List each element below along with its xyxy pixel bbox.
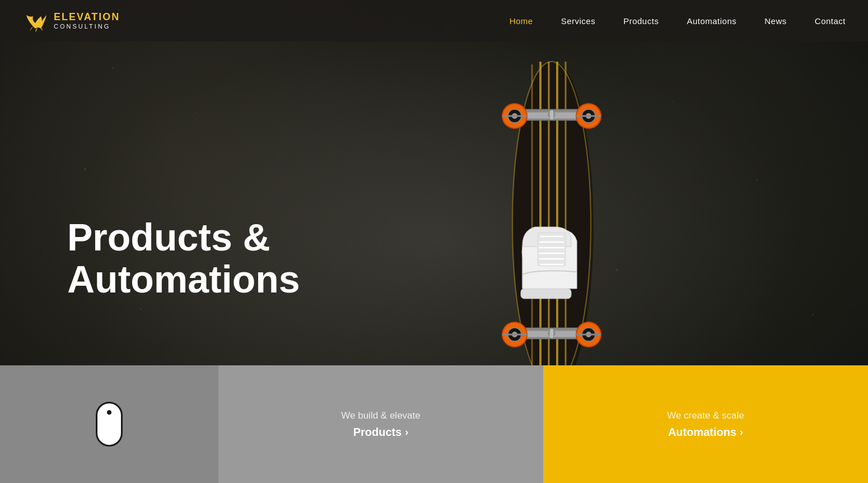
svg-rect-33: [521, 289, 571, 299]
main-nav: Home Services Products Automations News …: [510, 16, 846, 26]
speckle: [84, 168, 86, 170]
automations-panel[interactable]: We create & scale Automations ›: [543, 365, 868, 483]
nav-products[interactable]: Products: [623, 16, 659, 26]
scroll-indicator: [96, 402, 123, 447]
logo[interactable]: ELEVATION CONSULTING: [22, 8, 120, 34]
scroll-indicator-panel: [0, 365, 218, 483]
products-arrow-icon: ›: [405, 426, 408, 438]
speckle: [45, 252, 46, 253]
nav-contact[interactable]: Contact: [815, 16, 846, 26]
products-link[interactable]: Products ›: [353, 426, 409, 439]
svg-rect-12: [550, 110, 553, 119]
skateboard-illustration: [412, 34, 692, 415]
logo-consulting: CONSULTING: [54, 23, 120, 30]
nav-home[interactable]: Home: [510, 16, 533, 26]
svg-rect-24: [550, 329, 553, 338]
automations-subtitle: We create & scale: [667, 410, 744, 421]
hero-content: Products & Automations: [67, 216, 300, 300]
products-panel[interactable]: We build & elevate Products ›: [218, 365, 543, 483]
svg-rect-34: [538, 233, 566, 266]
nav-news[interactable]: News: [764, 16, 787, 26]
logo-icon: [22, 8, 48, 34]
hero-title: Products & Automations: [67, 216, 300, 300]
automations-arrow-icon: ›: [740, 426, 743, 438]
speckle: [756, 179, 758, 181]
hero-section: Products & Automations We build & elevat…: [0, 0, 868, 483]
nav-services[interactable]: Services: [561, 16, 596, 26]
products-subtitle: We build & elevate: [341, 410, 420, 421]
bottom-panels: We build & elevate Products › We create …: [0, 365, 868, 483]
speckle: [812, 314, 814, 315]
speckle: [196, 112, 197, 113]
nav-automations[interactable]: Automations: [687, 16, 736, 26]
speckle: [140, 308, 142, 310]
logo-elevation: ELEVATION: [54, 12, 120, 23]
automations-link[interactable]: Automations ›: [668, 426, 743, 439]
logo-text: ELEVATION CONSULTING: [54, 12, 120, 30]
speckle: [112, 67, 114, 69]
header: ELEVATION CONSULTING Home Services Produ…: [0, 0, 868, 41]
scroll-dot: [107, 410, 111, 415]
